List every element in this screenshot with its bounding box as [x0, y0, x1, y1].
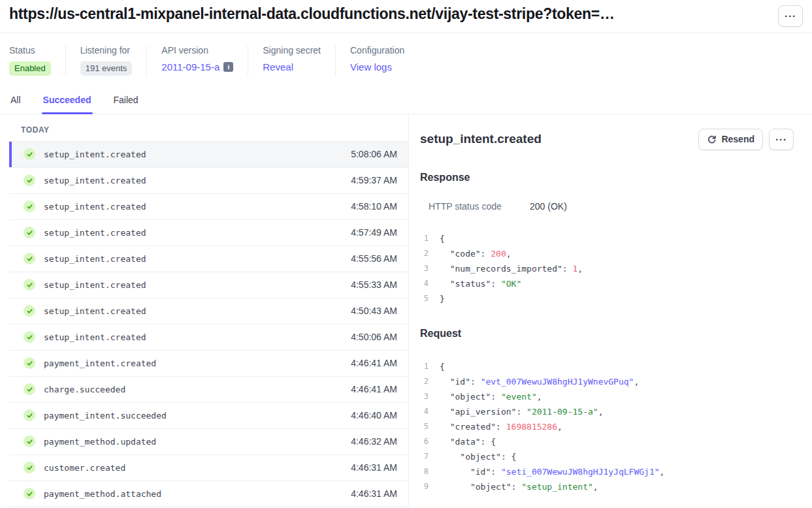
tab-failed[interactable]: Failed — [112, 84, 140, 114]
code-line: 2 "code": 200, — [420, 246, 794, 261]
code-line: 6 "data": { — [420, 434, 794, 449]
event-name: setup_intent.created — [44, 176, 351, 185]
resend-button-label: Resend — [721, 134, 755, 144]
meta-listening-for: Listening for 191 events — [65, 45, 147, 76]
code-line: 8 "id": "seti_007WewuJW8hgHJ1yJqLFWGj1", — [420, 464, 794, 479]
event-time: 4:58:10 AM — [351, 201, 397, 212]
success-check-icon — [24, 148, 35, 160]
event-list-item[interactable]: setup_intent.created 4:59:37 AM — [9, 168, 408, 194]
event-list: TODAY setup_intent.created 5:08:06 AM se… — [0, 114, 409, 506]
event-name: setup_intent.created — [44, 254, 351, 264]
detail-overflow-button[interactable]: ··· — [769, 129, 794, 150]
success-check-icon — [24, 279, 35, 291]
endpoint-meta-row: Status Enabled Listening for 191 events … — [0, 33, 812, 84]
code-line: 7 "object": { — [420, 449, 794, 464]
meta-signing-secret: Signing secret Reveal — [248, 45, 335, 76]
event-name: payment_intent.created — [44, 358, 351, 368]
success-check-icon — [24, 462, 35, 473]
event-time: 4:59:37 AM — [351, 175, 397, 185]
meta-configuration: Configuration View logs — [335, 45, 419, 76]
event-name: setup_intent.created — [44, 332, 351, 342]
code-line: 2 "id": "evt_007WewuJW8hgHJ1yWnevGPuq", — [420, 374, 794, 389]
event-detail-panel: setup_intent.created Resend ··· Response… — [409, 114, 812, 506]
resend-button[interactable]: Resend — [698, 129, 763, 150]
reveal-secret-link[interactable]: Reveal — [263, 61, 293, 72]
request-heading: Request — [420, 328, 794, 340]
success-check-icon — [24, 331, 35, 343]
page-title: https://us-central1-mixpanel-internal-da… — [9, 5, 615, 23]
event-list-item[interactable]: setup_intent.created 4:55:33 AM — [9, 272, 408, 298]
event-time: 4:46:40 AM — [351, 410, 397, 421]
events-count-badge: 191 events — [80, 61, 133, 76]
http-status-value: 200 (OK) — [530, 201, 567, 212]
api-version-link[interactable]: 2011-09-15-a — [161, 61, 219, 72]
event-list-item[interactable]: payment_intent.created 4:46:41 AM — [9, 351, 408, 377]
view-logs-link[interactable]: View logs — [350, 61, 392, 72]
event-name: setup_intent.created — [44, 150, 351, 159]
tab-all[interactable]: All — [9, 84, 22, 114]
event-name: payment_intent.succeeded — [44, 411, 351, 421]
meta-status: Status Enabled — [9, 45, 65, 76]
content-split: TODAY setup_intent.created 5:08:06 AM se… — [0, 114, 812, 506]
resend-refresh-icon — [707, 135, 717, 144]
event-list-item[interactable]: setup_intent.created 4:57:49 AM — [9, 220, 408, 246]
meta-signing-secret-label: Signing secret — [263, 45, 321, 56]
event-name: setup_intent.created — [44, 228, 351, 238]
filter-tabs: All Succeeded Failed — [0, 84, 812, 114]
event-time: 4:57:49 AM — [351, 227, 397, 238]
meta-configuration-label: Configuration — [350, 45, 404, 56]
code-line: 5} — [420, 291, 794, 306]
info-icon[interactable]: i — [223, 62, 233, 72]
code-line: 1{ — [420, 359, 794, 374]
success-check-icon — [24, 253, 35, 264]
tab-succeeded[interactable]: Succeeded — [42, 84, 93, 114]
success-check-icon — [24, 174, 35, 186]
event-list-item[interactable]: setup_intent.created 4:50:43 AM — [9, 298, 408, 325]
meta-api-version-label: API version — [161, 45, 233, 56]
event-list-item[interactable]: setup_intent.created 5:08:06 AM — [9, 142, 408, 168]
event-list-item[interactable]: payment_method.attached 4:46:31 AM — [9, 481, 408, 507]
event-time: 4:46:31 AM — [351, 488, 397, 499]
event-time: 4:55:33 AM — [351, 279, 397, 290]
event-time: 4:46:41 AM — [351, 384, 397, 394]
event-list-item[interactable]: charge.succeeded 4:46:41 AM — [9, 377, 408, 403]
page-header: https://us-central1-mixpanel-internal-da… — [0, 0, 812, 33]
event-list-item[interactable]: setup_intent.created 4:50:06 AM — [9, 325, 408, 351]
event-name: setup_intent.created — [44, 306, 351, 316]
response-heading: Response — [420, 172, 794, 183]
meta-status-label: Status — [9, 45, 51, 56]
event-name: charge.succeeded — [44, 385, 351, 394]
status-badge: Enabled — [9, 61, 51, 76]
response-code: 1{2 "code": 200,3 "num_records_imported"… — [420, 231, 794, 306]
code-line: 1{ — [420, 231, 794, 246]
event-list-item[interactable]: setup_intent.created 4:55:56 AM — [9, 246, 408, 272]
event-list-item[interactable]: customer.created 4:46:31 AM — [9, 455, 408, 481]
event-time: 5:08:06 AM — [351, 149, 397, 159]
success-check-icon — [24, 383, 35, 395]
event-name: customer.created — [44, 463, 351, 473]
event-list-item[interactable]: setup_intent.created 4:58:10 AM — [9, 194, 408, 220]
meta-listening-label: Listening for — [80, 45, 133, 56]
success-check-icon — [24, 200, 35, 212]
http-status-row: HTTP status code 200 (OK) — [420, 201, 794, 212]
event-name: setup_intent.created — [44, 202, 351, 212]
event-time: 4:50:43 AM — [351, 306, 397, 316]
event-list-item[interactable]: payment_intent.succeeded 4:46:40 AM — [9, 403, 408, 429]
event-time: 4:46:32 AM — [351, 436, 397, 447]
event-list-item[interactable]: payment_method.updated 4:46:32 AM — [9, 429, 408, 455]
success-check-icon — [24, 227, 35, 238]
request-code: 1{2 "id": "evt_007WewuJW8hgHJ1yWnevGPuq"… — [420, 359, 794, 494]
event-time: 4:46:41 AM — [351, 358, 397, 368]
header-overflow-button[interactable]: ··· — [778, 5, 803, 27]
event-detail-title: setup_intent.created — [420, 132, 542, 146]
success-check-icon — [24, 305, 35, 317]
event-time: 4:55:56 AM — [351, 253, 397, 264]
event-name: payment_method.updated — [44, 437, 351, 447]
code-line: 9 "object": "setup_intent", — [420, 479, 794, 494]
code-line: 4 "api_version": "2011-09-15-a", — [420, 404, 794, 419]
event-name: setup_intent.created — [44, 280, 351, 290]
http-status-label: HTTP status code — [429, 201, 530, 212]
code-line: 4 "status": "OK" — [420, 276, 794, 291]
ellipsis-icon: ··· — [775, 135, 787, 144]
code-line: 3 "object": "event", — [420, 389, 794, 404]
